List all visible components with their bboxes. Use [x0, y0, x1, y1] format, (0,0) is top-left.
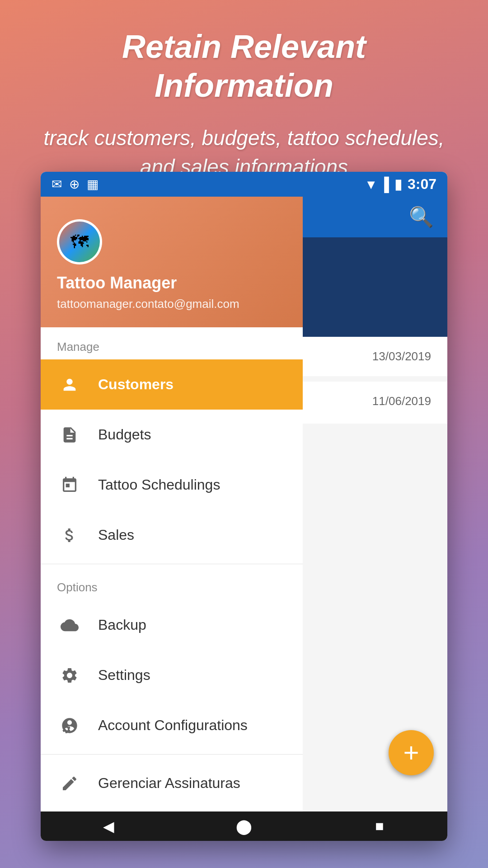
menu-divider	[41, 564, 303, 564]
backup-label: Backup	[98, 617, 146, 633]
navigation-bar: ◀ ⬤ ■	[41, 811, 447, 841]
tattoo-schedulings-icon	[57, 472, 82, 497]
gerenciar-assinaturas-label: Gerenciar Assinaturas	[98, 775, 240, 792]
app-content: 🔍 Sync Contacts 13/03/2019	[41, 197, 447, 811]
section-label-manage: Manage	[41, 327, 303, 359]
navigation-drawer: 🗺 Tattoo Manager tattoomanager.contato@g…	[41, 197, 303, 811]
status-bar-left: ✉ ⊕ ▦	[52, 177, 99, 192]
settings-label: Settings	[98, 667, 150, 684]
battery-icon: ▮	[394, 176, 402, 192]
sidebar-item-sales[interactable]: Sales	[41, 510, 303, 560]
hero-section: Retain Relevant Information track custom…	[0, 0, 488, 200]
budgets-label: Budgets	[98, 426, 151, 443]
avatar-image: 🗺	[59, 222, 100, 262]
phone-frame: ✉ ⊕ ▦ ▾ ▐ ▮ 3:07 🔍 Syn	[41, 172, 447, 841]
customers-label: Customers	[98, 376, 174, 393]
customers-icon	[57, 372, 82, 397]
gmail-icon: ✉	[52, 177, 62, 192]
sim-icon: ▦	[87, 177, 99, 192]
sales-label: Sales	[98, 527, 134, 543]
backup-icon	[57, 613, 82, 637]
account-configurations-icon	[57, 713, 82, 738]
account-configurations-label: Account Configurations	[98, 717, 248, 734]
sidebar-item-account-configurations[interactable]: Account Configurations	[41, 700, 303, 750]
budgets-icon	[57, 422, 82, 447]
status-time: 3:07	[408, 176, 436, 193]
fab-add-button[interactable]: +	[389, 730, 434, 775]
tattoo-schedulings-label: Tattoo Schedulings	[98, 476, 220, 493]
home-button[interactable]: ⬤	[226, 815, 262, 838]
sidebar-item-settings[interactable]: Settings	[41, 650, 303, 700]
recent-button[interactable]: ■	[361, 815, 398, 838]
sidebar-item-tattoo-schedulings[interactable]: Tattoo Schedulings	[41, 460, 303, 510]
settings-icon	[57, 663, 82, 688]
globe-icon: ⊕	[69, 177, 80, 192]
sales-icon	[57, 523, 82, 547]
search-icon[interactable]: 🔍	[409, 205, 434, 229]
hero-title: Retain Relevant Information	[36, 27, 452, 105]
card-date-1: 13/03/2019	[372, 349, 431, 363]
status-bar-right: ▾ ▐ ▮ 3:07	[367, 176, 436, 193]
gerenciar-assinaturas-icon	[57, 771, 82, 796]
section-label-options: Options	[41, 568, 303, 600]
avatar: 🗺	[57, 219, 102, 264]
sidebar-item-backup[interactable]: Backup	[41, 600, 303, 650]
sidebar-item-budgets[interactable]: Budgets	[41, 410, 303, 460]
sidebar-item-customers[interactable]: Customers	[41, 359, 303, 410]
sidebar-item-gerenciar-assinaturas[interactable]: Gerenciar Assinaturas	[41, 758, 303, 808]
menu-divider-2	[41, 754, 303, 755]
status-bar: ✉ ⊕ ▦ ▾ ▐ ▮ 3:07	[41, 172, 447, 197]
app-name: Tattoo Manager	[57, 274, 286, 292]
wifi-icon: ▾	[367, 176, 374, 192]
fab-add-icon: +	[403, 739, 419, 766]
drawer-header: 🗺 Tattoo Manager tattoomanager.contato@g…	[41, 197, 303, 327]
card-date-2: 11/06/2019	[372, 394, 431, 408]
signal-icon: ▐	[380, 177, 389, 192]
back-button[interactable]: ◀	[90, 815, 127, 838]
user-email: tattoomanager.contato@gmail.com	[57, 297, 286, 311]
